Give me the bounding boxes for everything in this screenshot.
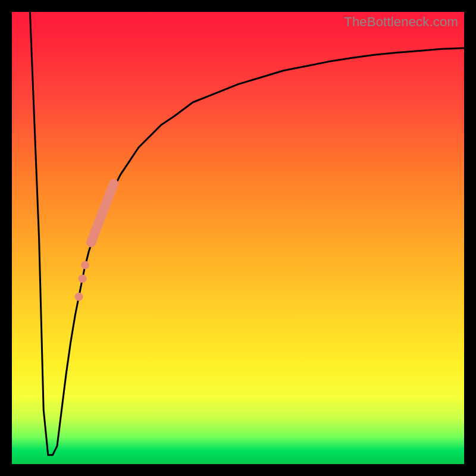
plot-area: TheBottleneck.com — [12, 12, 464, 464]
curve-svg — [12, 12, 464, 464]
highlight-segment — [91, 184, 114, 243]
highlight-dot — [75, 293, 83, 301]
chart-frame: TheBottleneck.com — [0, 0, 476, 476]
highlight-dot — [79, 274, 87, 283]
highlight-dots — [75, 261, 90, 301]
highlight-dot — [81, 261, 89, 270]
